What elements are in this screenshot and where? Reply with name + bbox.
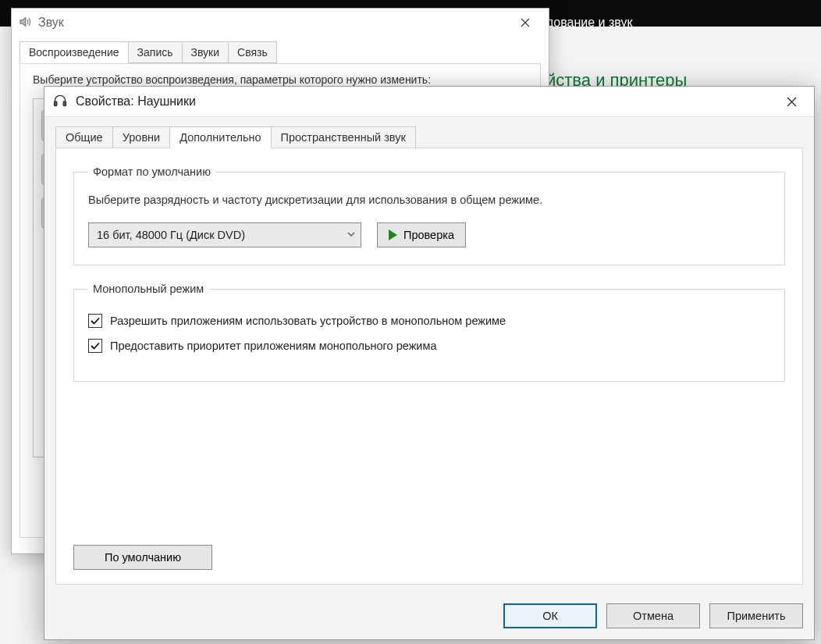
properties-dialog-title: Свойства: Наушники [76,94,196,109]
default-format-hint: Выберите разрядность и частоту дискретиз… [88,192,770,208]
sound-dialog-title: Звук [38,16,64,30]
play-icon [389,229,397,240]
tab-levels[interactable]: Уровни [112,126,171,148]
tab-communications[interactable]: Связь [228,41,277,63]
tab-sounds[interactable]: Звуки [182,41,229,63]
priority-exclusive-label: Предоставить приоритет приложениям моноп… [110,340,436,352]
test-button[interactable]: Проверка [377,222,466,247]
chevron-down-icon [347,229,356,241]
default-format-combobox[interactable]: 16 бит, 48000 Гц (Диск DVD) [88,222,361,247]
test-button-label: Проверка [403,229,454,241]
properties-close-button[interactable] [773,90,809,113]
default-format-selected-value: 16 бит, 48000 Гц (Диск DVD) [97,229,245,241]
properties-dialog: Свойства: Наушники Общие Уровни Дополнит… [44,86,815,640]
allow-exclusive-checkbox[interactable] [88,314,102,328]
sound-titlebar: Звук [12,9,549,37]
properties-titlebar: Свойства: Наушники [44,87,814,116]
headphones-icon [52,93,68,111]
svg-rect-0 [55,101,57,105]
default-format-group: Формат по умолчанию Выберите разрядность… [73,165,785,265]
close-icon [521,18,530,27]
apply-button[interactable]: Применить [709,603,803,628]
allow-exclusive-label: Разрешить приложениям использовать устро… [110,315,506,327]
allow-exclusive-row[interactable]: Разрешить приложениям использовать устро… [88,314,770,328]
tab-playback[interactable]: Воспроизведение [20,41,129,63]
exclusive-mode-legend: Монопольный режим [88,283,208,295]
properties-content: Общие Уровни Дополнительно Пространствен… [44,116,814,639]
sound-close-button[interactable] [508,11,542,34]
cancel-button[interactable]: Отмена [606,603,700,628]
tab-advanced[interactable]: Дополнительно [169,126,271,148]
properties-tabs: Общие Уровни Дополнительно Пространствен… [44,117,814,148]
priority-exclusive-row[interactable]: Предоставить приоритет приложениям моноп… [88,339,770,353]
dialog-button-row: ОК Отмена Применить [503,603,803,628]
priority-exclusive-checkbox[interactable] [88,339,102,353]
ok-button[interactable]: ОК [503,603,597,628]
tab-recording[interactable]: Запись [128,41,183,63]
speaker-icon [18,15,32,31]
exclusive-mode-group: Монопольный режим Разрешить приложениям … [73,283,785,382]
advanced-tab-page: Формат по умолчанию Выберите разрядность… [55,148,803,585]
sound-tabs: Воспроизведение Запись Звуки Связь [20,41,549,63]
sound-instruction-text: Выберите устройство воспроизведения, пар… [33,73,528,86]
restore-defaults-button[interactable]: По умолчанию [73,545,212,570]
close-icon [787,97,797,107]
checkmark-icon [90,315,101,326]
control-panel-breadcrumb-fragment: дование и звук [546,16,632,30]
default-format-legend: Формат по умолчанию [88,165,215,178]
svg-rect-1 [63,101,66,105]
tab-spatial-sound[interactable]: Пространственный звук [271,126,416,148]
tab-general[interactable]: Общие [55,126,113,148]
checkmark-icon [90,340,101,351]
